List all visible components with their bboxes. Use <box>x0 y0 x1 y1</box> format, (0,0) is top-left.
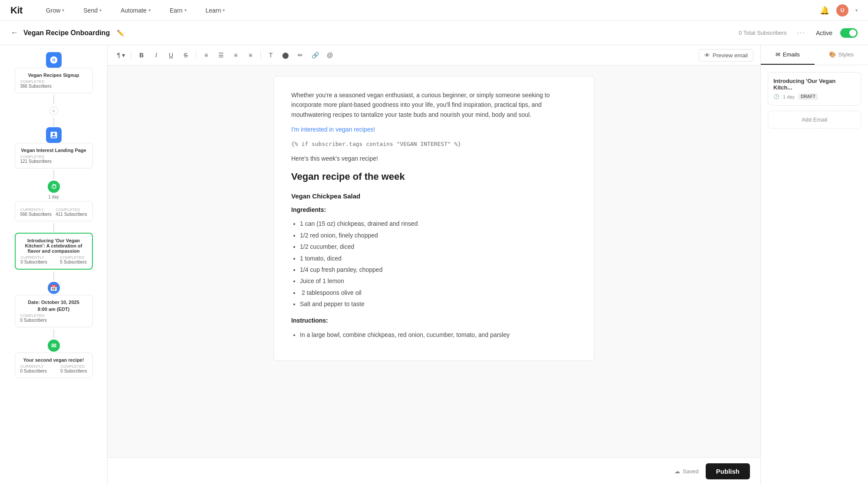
list-item: In a large bowl, combine chickpeas, red … <box>300 330 577 340</box>
left-sidebar: Vegan Recipes Signup COMPLETED 366 Subsc… <box>0 45 108 485</box>
emails-icon: ✉ <box>776 51 780 58</box>
scheduled-title: Date: October 10, 2025 <box>20 300 87 305</box>
bold-button[interactable]: B <box>135 49 148 62</box>
styles-icon: 🎨 <box>829 51 836 58</box>
nav-send[interactable]: Send ▾ <box>81 5 104 16</box>
tab-styles[interactable]: 🎨 Styles <box>815 45 868 65</box>
landing-node-stats: COMPLETED 121 Subscribers <box>20 155 87 164</box>
flow-node-landing: Vegan Interest Landing Page COMPLETED 12… <box>5 127 102 168</box>
flow-node-signup: Vegan Recipes Signup COMPLETED 366 Subsc… <box>5 52 102 93</box>
highlight-button[interactable]: ✏ <box>294 49 307 62</box>
divider-1 <box>131 51 132 59</box>
email-entry-meta: 🕐 1 day DRAFT <box>773 93 855 100</box>
list-item: 1/4 cup fresh parsley, chopped <box>300 265 577 274</box>
more-options-button[interactable]: ··· <box>797 29 806 37</box>
add-email-button[interactable]: Add Email <box>768 111 861 129</box>
avatar[interactable]: U <box>836 4 848 16</box>
nav-automate[interactable]: Automate ▾ <box>118 5 153 16</box>
email-instructions-list: In a large bowl, combine chickpeas, red … <box>300 330 577 340</box>
list-item: Juice of 1 lemon <box>300 276 577 286</box>
wait-node-stats: CURRENTLY 566 Subscribers COMPLETED 411 … <box>20 208 87 217</box>
scheduled-node-card[interactable]: Date: October 10, 2025 8:00 am (EDT) COM… <box>15 295 93 327</box>
email-instructions-label: Instructions: <box>291 316 577 325</box>
list-item: 1 can (15 oz) chickpeas, drained and rin… <box>300 219 577 228</box>
wait-node-card[interactable]: CURRENTLY 566 Subscribers COMPLETED 411 … <box>15 201 93 221</box>
connector-2 <box>53 118 54 126</box>
connector-4 <box>53 223 54 232</box>
sub-header: ← Vegan Recipe Onboarding ✏️ 0 Total Sub… <box>0 21 868 45</box>
underline-button[interactable]: U <box>164 49 178 62</box>
editor-toolbar: ¶ ▾ B I U S ≡ ☰ ≡ ≡ T ⬤ ✏ 🔗 @ 👁 Preview … <box>108 45 760 66</box>
scheduled-circle-icon: 📅 <box>48 282 60 294</box>
page-title: Vegan Recipe Onboarding <box>23 29 110 37</box>
divider-2 <box>196 51 196 59</box>
flow-node-email2: ✉ Your second vegan recipe! CURRENTLY 0 … <box>5 339 102 378</box>
scheduled-time: 8:00 am (EDT) <box>20 307 87 312</box>
send-chevron-icon: ▾ <box>99 8 102 13</box>
tab-emails[interactable]: ✉ Emails <box>761 45 815 65</box>
email2-stats: CURRENTLY 0 Subscribers COMPLETED 0 Subs… <box>20 364 87 373</box>
align-justify-button[interactable]: ≡ <box>244 49 257 62</box>
flow-node-email-selected: Introducing 'Our Vegan Kitchen': A celeb… <box>5 233 102 270</box>
total-subscribers: 0 Total Subscribers <box>739 30 786 36</box>
add-node-1[interactable]: + <box>49 106 58 115</box>
align-left-button[interactable]: ≡ <box>200 49 213 62</box>
nav-icons: 🔔 U ▾ <box>820 4 858 16</box>
email-entry[interactable]: Introducing 'Our Vegan Kitch... 🕐 1 day … <box>768 72 861 106</box>
list-item: 1/2 cucumber, diced <box>300 242 577 251</box>
strikethrough-button[interactable]: S <box>179 49 192 62</box>
scheduled-stats: COMPLETED 0 Subscribers <box>20 313 87 323</box>
bell-icon[interactable]: 🔔 <box>820 6 829 15</box>
email-selected-card[interactable]: Introducing 'Our Vegan Kitchen': A celeb… <box>15 233 93 270</box>
email-cta-link[interactable]: I'm interested in vegan recipes! <box>291 125 577 134</box>
nav-learn[interactable]: Learn ▾ <box>203 5 228 16</box>
align-right-button[interactable]: ≡ <box>229 49 242 62</box>
publish-button[interactable]: Publish <box>706 463 750 479</box>
edit-icon[interactable]: ✏️ <box>117 30 124 36</box>
text-style-button[interactable]: T <box>264 49 277 62</box>
align-center-button[interactable]: ☰ <box>214 49 227 62</box>
connector-1 <box>53 95 54 104</box>
signup-node-icon <box>46 52 62 68</box>
connector-5 <box>53 271 54 280</box>
shape-button[interactable]: ⬤ <box>279 49 292 62</box>
list-item: 1/2 red onion, finely chopped <box>300 231 577 240</box>
profile-chevron-icon: ▾ <box>855 8 858 13</box>
main-layout: Vegan Recipes Signup COMPLETED 366 Subsc… <box>0 45 868 485</box>
right-sidebar-content: Introducing 'Our Vegan Kitch... 🕐 1 day … <box>761 65 868 485</box>
active-label: Active <box>816 30 832 36</box>
email-recipe-heading: Vegan recipe of the week <box>291 169 577 184</box>
clock-icon: 🕐 <box>773 94 779 99</box>
email-entry-title: Introducing 'Our Vegan Kitch... <box>773 78 855 91</box>
signup-node-card[interactable]: Vegan Recipes Signup COMPLETED 366 Subsc… <box>15 68 93 93</box>
preview-email-button[interactable]: 👁 Preview email <box>699 49 753 62</box>
format-dropdown-button[interactable]: ¶ ▾ <box>115 49 128 62</box>
active-toggle[interactable] <box>840 28 858 38</box>
email2-circle-icon: ✉ <box>48 340 60 352</box>
cloud-icon: ☁ <box>674 468 680 475</box>
top-nav: Kit Grow ▾ Send ▾ Automate ▾ Earn ▾ Lear… <box>0 0 868 21</box>
landing-node-title: Vegan Interest Landing Page <box>20 148 87 153</box>
italic-button[interactable]: I <box>150 49 163 62</box>
automate-chevron-icon: ▾ <box>148 8 151 13</box>
wait-circle-icon: ⏱ <box>48 181 60 193</box>
link-button[interactable]: 🔗 <box>309 49 322 62</box>
signup-node-title: Vegan Recipes Signup <box>20 73 87 78</box>
email-conditional-tag: {% if subscriber.tags contains "VEGAN IN… <box>291 140 577 149</box>
email2-node-card[interactable]: Your second vegan recipe! CURRENTLY 0 Su… <box>15 353 93 378</box>
signup-node-stats: COMPLETED 366 Subscribers <box>20 79 87 89</box>
flow-node-scheduled: 📅 Date: October 10, 2025 8:00 am (EDT) C… <box>5 281 102 327</box>
list-item: 2 tablespoons olive oil <box>300 288 577 297</box>
back-button[interactable]: ← <box>10 28 18 37</box>
preview-icon: 👁 <box>704 52 710 59</box>
sidebar-tabs: ✉ Emails 🎨 Styles <box>761 45 868 65</box>
email-editor[interactable]: Whether you're a seasoned vegan enthusia… <box>108 66 760 457</box>
nav-grow[interactable]: Grow ▾ <box>43 5 67 16</box>
email-intro-text: Whether you're a seasoned vegan enthusia… <box>291 90 577 119</box>
earn-chevron-icon: ▾ <box>184 8 187 13</box>
nav-earn[interactable]: Earn ▾ <box>167 5 189 16</box>
mention-button[interactable]: @ <box>323 49 336 62</box>
landing-node-card[interactable]: Vegan Interest Landing Page COMPLETED 12… <box>15 143 93 168</box>
grow-chevron-icon: ▾ <box>62 8 64 13</box>
email2-title: Your second vegan recipe! <box>20 357 87 363</box>
